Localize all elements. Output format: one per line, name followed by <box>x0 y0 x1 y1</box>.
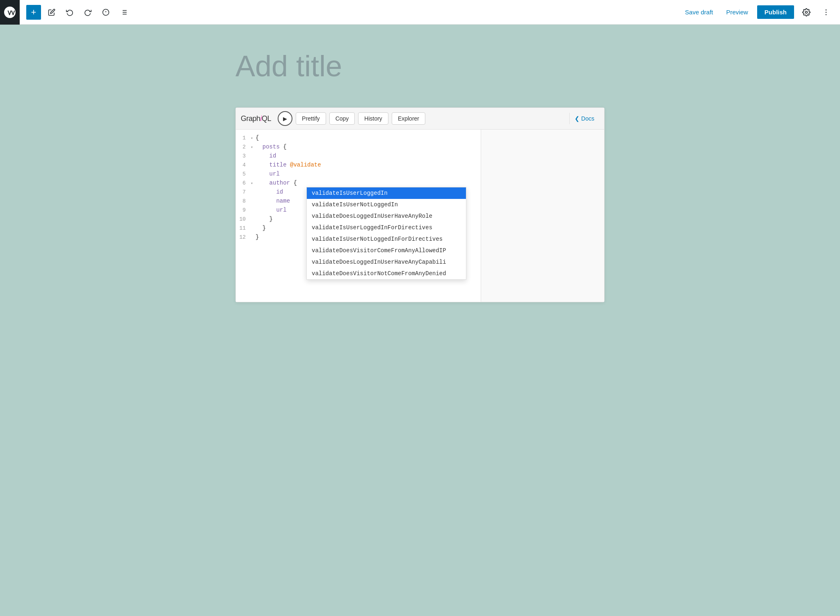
graphiql-block: GraphiQL ▶ Prettify Copy History Explore… <box>235 107 605 302</box>
line-number: 1 <box>236 135 251 141</box>
autocomplete-item[interactable]: validateDoesLoggedInUserHaveAnyCapabili <box>307 256 466 268</box>
graphiql-toolbar: GraphiQL ▶ Prettify Copy History Explore… <box>236 108 604 130</box>
page-area: Add title GraphiQL ▶ Prettify Copy Histo… <box>0 25 840 319</box>
svg-point-10 <box>826 9 827 10</box>
line-number: 11 <box>236 225 251 231</box>
list-view-button[interactable] <box>116 5 131 20</box>
settings-button[interactable] <box>799 5 814 20</box>
line-arrow: ▾ <box>251 145 256 150</box>
redo-button[interactable] <box>80 5 95 20</box>
autocomplete-item[interactable]: validateIsUserNotLoggedIn <box>307 199 466 210</box>
preview-button[interactable]: Preview <box>722 6 752 18</box>
add-block-button[interactable]: + <box>26 5 41 20</box>
info-button[interactable] <box>98 5 113 20</box>
graphiql-logo-italic: i <box>260 114 262 123</box>
autocomplete-item[interactable]: validateIsUserLoggedIn <box>307 187 466 199</box>
publish-button[interactable]: Publish <box>757 5 794 19</box>
code-line-5: 5 url <box>236 171 481 180</box>
line-number: 9 <box>236 207 251 213</box>
autocomplete-dropdown: validateIsUserLoggedIn validateIsUserNot… <box>306 187 466 280</box>
autocomplete-item[interactable]: validateIsUserLoggedInForDirectives <box>307 222 466 233</box>
undo-button[interactable] <box>62 5 77 20</box>
info-icon <box>102 9 110 16</box>
line-number: 3 <box>236 153 251 159</box>
more-options-button[interactable] <box>819 5 833 20</box>
line-arrow: ▾ <box>251 136 256 141</box>
line-arrow <box>251 217 256 222</box>
wp-logo <box>0 0 20 25</box>
line-number: 8 <box>236 198 251 204</box>
line-number: 10 <box>236 216 251 222</box>
history-button[interactable]: History <box>358 112 388 125</box>
autocomplete-item[interactable]: validateDoesLoggedInUserHaveAnyRole <box>307 210 466 222</box>
toolbar-right: Save draft Preview Publish <box>681 5 833 20</box>
line-arrow <box>251 190 256 195</box>
line-arrow: ▾ <box>251 181 256 186</box>
autocomplete-item[interactable]: validateIsUserNotLoggedInForDirectives <box>307 233 466 245</box>
line-arrow <box>251 235 256 240</box>
line-content: url <box>256 171 481 177</box>
line-number: 6 <box>236 180 251 186</box>
line-number: 5 <box>236 171 251 177</box>
line-arrow <box>251 199 256 204</box>
graphiql-body: 1 ▾ { 2 ▾ posts { 3 i <box>236 130 604 302</box>
wordpress-icon <box>4 7 16 18</box>
code-line-2: 2 ▾ posts { <box>236 144 481 153</box>
undo-icon <box>66 9 73 16</box>
run-query-button[interactable]: ▶ <box>278 111 292 126</box>
more-icon <box>822 8 830 16</box>
autocomplete-item[interactable]: validateDoesVisitorComeFromAnyAllowedIP <box>307 245 466 256</box>
line-number: 7 <box>236 189 251 195</box>
redo-icon <box>84 9 91 16</box>
settings-icon <box>802 8 810 16</box>
code-line-1: 1 ▾ { <box>236 135 481 144</box>
docs-label: Docs <box>581 115 594 122</box>
line-arrow <box>251 172 256 177</box>
line-arrow <box>251 208 256 213</box>
code-line-4: 4 title @validate <box>236 162 481 171</box>
graphiql-logo: GraphiQL <box>241 114 271 123</box>
code-line-3: 3 id <box>236 153 481 162</box>
edit-icon-button[interactable] <box>44 5 59 20</box>
line-content: author { <box>256 180 481 186</box>
title-field[interactable]: Add title <box>235 49 605 83</box>
line-arrow <box>251 154 256 159</box>
svg-point-9 <box>806 11 808 13</box>
line-arrow <box>251 163 256 168</box>
line-number: 4 <box>236 162 251 168</box>
prettify-button[interactable]: Prettify <box>296 112 326 125</box>
line-content: { <box>256 135 481 141</box>
docs-button[interactable]: ❮ Docs <box>569 113 599 124</box>
copy-button[interactable]: Copy <box>329 112 355 125</box>
line-arrow <box>251 226 256 231</box>
line-number: 12 <box>236 234 251 240</box>
autocomplete-item[interactable]: validateDoesVisitorNotComeFromAnyDenied <box>307 268 466 279</box>
svg-point-12 <box>826 14 827 15</box>
explorer-button[interactable]: Explorer <box>392 112 425 125</box>
line-content: title @validate <box>256 162 481 168</box>
line-number: 2 <box>236 144 251 150</box>
list-view-icon <box>120 9 128 16</box>
graphiql-editor[interactable]: 1 ▾ { 2 ▾ posts { 3 i <box>236 130 481 302</box>
chevron-left-icon: ❮ <box>575 115 580 122</box>
svg-point-11 <box>826 11 827 13</box>
edit-icon <box>48 9 55 16</box>
line-content: id <box>256 153 481 159</box>
line-content: posts { <box>256 144 481 150</box>
main-toolbar: + Save draft Preview Publish <box>0 0 840 25</box>
graphiql-results-panel <box>481 130 604 302</box>
save-draft-button[interactable]: Save draft <box>681 6 717 18</box>
play-icon: ▶ <box>283 116 287 122</box>
